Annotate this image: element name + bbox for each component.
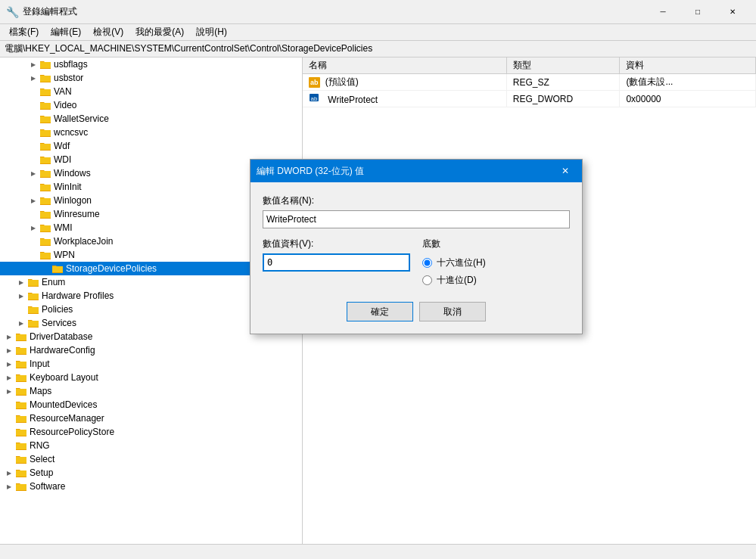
radio-group: 十六進位(H) 十進位(D) <box>422 256 570 287</box>
dialog-footer: 確定 取消 <box>250 296 582 334</box>
dialog-base-title: 底數 <box>422 238 570 250</box>
dialog-data-input[interactable] <box>263 253 410 272</box>
radio-hex[interactable] <box>422 258 432 268</box>
dialog-title-bar: 編輯 DWORD (32-位元) 值 ✕ <box>250 160 582 182</box>
radio-hex-label[interactable]: 十六進位(H) <box>422 256 570 269</box>
radio-dec-label[interactable]: 十進位(D) <box>422 274 570 287</box>
radio-hex-text: 十六進位(H) <box>437 256 486 269</box>
dialog-data-label: 數值資料(V): <box>263 238 410 250</box>
radio-dec-text: 十進位(D) <box>437 274 477 287</box>
dialog-close-button[interactable]: ✕ <box>555 162 576 180</box>
dialog-title: 編輯 DWORD (32-位元) 值 <box>257 165 555 178</box>
dialog-name-input[interactable] <box>263 210 570 228</box>
dialog-ok-button[interactable]: 確定 <box>347 302 413 321</box>
edit-dword-dialog: 編輯 DWORD (32-位元) 值 ✕ 數值名稱(N): 數值資料(V): 底… <box>250 159 583 334</box>
dialog-row: 數值資料(V): 底數 十六進位(H) 十進位(D) <box>263 238 570 287</box>
dialog-body: 數值名稱(N): 數值資料(V): 底數 十六進位(H) <box>250 182 582 296</box>
dialog-cancel-button[interactable]: 取消 <box>419 302 486 321</box>
dialog-overlay: 編輯 DWORD (32-位元) 值 ✕ 數值名稱(N): 數值資料(V): 底… <box>0 0 756 559</box>
dialog-name-label: 數值名稱(N): <box>263 194 570 207</box>
dialog-value-section: 數值資料(V): <box>263 238 410 287</box>
dialog-base-section: 底數 十六進位(H) 十進位(D) <box>422 238 570 287</box>
radio-dec[interactable] <box>422 275 432 285</box>
